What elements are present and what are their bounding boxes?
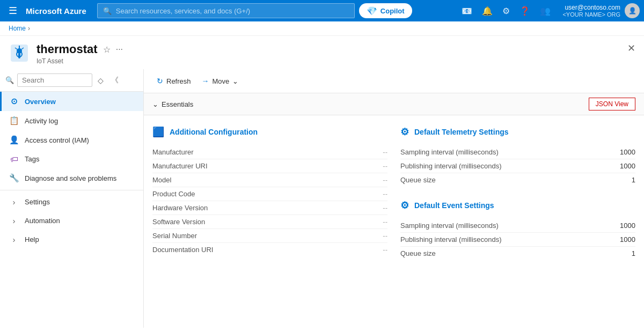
table-row: Queue size 1 <box>400 247 635 260</box>
notifications-icon[interactable]: 🔔 <box>479 4 496 18</box>
sidebar-search-input[interactable] <box>17 73 92 87</box>
telemetry-gear-icon: ⚙ <box>400 126 409 138</box>
move-chevron-icon: ⌄ <box>232 77 238 85</box>
event-settings-title: Default Event Settings <box>414 201 494 210</box>
sidebar-label-activity-log: Activity log <box>25 117 58 125</box>
resource-header: thermostat ☆ ··· IoT Asset ✕ <box>0 36 644 69</box>
activity-log-icon: 📋 <box>9 116 19 126</box>
sidebar-search-icon: 🔍 <box>5 76 14 84</box>
sidebar-label-access-control: Access control (IAM) <box>25 136 89 144</box>
help-expand-icon: › <box>9 235 19 244</box>
tags-icon: 🏷 <box>9 154 19 164</box>
avatar[interactable]: 👤 <box>625 3 640 18</box>
essentials-bar: ⌄ Essentials JSON View <box>144 93 644 115</box>
move-icon: → <box>202 77 209 85</box>
breadcrumb: Home › <box>0 21 644 36</box>
resource-subtitle: IoT Asset <box>36 57 635 65</box>
json-view-button[interactable]: JSON View <box>589 98 635 110</box>
sidebar-item-access-control[interactable]: 👤 Access control (IAM) <box>0 130 143 150</box>
table-row: Publishing interval (milliseconds) 1000 <box>400 233 635 247</box>
sidebar: 🔍 ◇ 《 ⊙ Overview 📋 Activity log 👤 Access… <box>0 69 144 328</box>
sidebar-item-activity-log[interactable]: 📋 Activity log <box>0 111 143 130</box>
move-button[interactable]: → Move ⌄ <box>197 75 243 87</box>
right-column: ⚙ Default Telemetry Settings Sampling in… <box>400 126 635 260</box>
collapse-sidebar-icon[interactable]: 《 <box>109 75 121 86</box>
global-search-bar[interactable]: 🔍 <box>97 3 355 18</box>
overview-icon: ⊙ <box>9 97 19 106</box>
table-row: Documentation URI -- <box>152 243 387 256</box>
breadcrumb-separator: › <box>28 25 30 32</box>
essentials-label-area: ⌄ Essentials <box>152 100 193 108</box>
essentials-label: Essentials <box>162 100 193 108</box>
sidebar-item-diagnose[interactable]: 🔧 Diagnose and solve problems <box>0 168 143 188</box>
close-button[interactable]: ✕ <box>627 42 635 54</box>
essentials-chevron-icon: ⌄ <box>152 100 158 108</box>
nav-separator-1 <box>0 190 143 190</box>
resource-icon <box>9 42 30 64</box>
event-settings-section: ⚙ Default Event Settings Sampling interv… <box>400 200 635 260</box>
top-navigation: ☰ Microsoft Azure 🔍 💎 Copilot 📧 🔔 ⚙ ❓ 👥 … <box>0 0 644 21</box>
additional-config-section: 🟦 Additional Configuration Manufacturer … <box>152 126 387 260</box>
table-row: Queue size 1 <box>400 173 635 187</box>
sidebar-label-diagnose: Diagnose and solve problems <box>25 174 116 182</box>
sidebar-label-automation: Automation <box>25 217 60 225</box>
resource-title: thermostat <box>36 42 98 56</box>
svg-rect-2 <box>18 53 20 58</box>
additional-config-title: Additional Configuration <box>170 128 258 136</box>
table-row: Product Code -- <box>152 187 387 201</box>
search-icon: 🔍 <box>103 7 112 15</box>
sidebar-label-help: Help <box>25 235 39 244</box>
table-row: Software Version -- <box>152 215 387 229</box>
event-settings-header: ⚙ Default Event Settings <box>400 200 635 211</box>
pin-icon[interactable]: ◇ <box>96 75 106 86</box>
additional-config-rows: Manufacturer -- Manufacturer URI -- Mode… <box>152 145 387 256</box>
table-row: Model -- <box>152 173 387 187</box>
settings-icon[interactable]: ⚙ <box>499 4 513 18</box>
favorite-icon[interactable]: ☆ <box>103 45 111 55</box>
event-gear-icon: ⚙ <box>400 200 409 211</box>
telemetry-settings-section: ⚙ Default Telemetry Settings Sampling in… <box>400 126 635 187</box>
copilot-gem-icon: 💎 <box>367 6 377 16</box>
main-layout: 🔍 ◇ 《 ⊙ Overview 📋 Activity log 👤 Access… <box>0 69 644 328</box>
telemetry-settings-title: Default Telemetry Settings <box>414 128 509 136</box>
table-row: Serial Number -- <box>152 229 387 243</box>
table-row: Publishing interval (milliseconds) 1000 <box>400 159 635 173</box>
event-rows: Sampling interval (milliseconds) 1000 Pu… <box>400 219 635 260</box>
sidebar-item-tags[interactable]: 🏷 Tags <box>0 150 143 168</box>
telemetry-settings-header: ⚙ Default Telemetry Settings <box>400 126 635 138</box>
sidebar-item-settings[interactable]: › Settings <box>0 193 143 211</box>
azure-brand: Microsoft Azure <box>26 6 86 16</box>
table-row: Manufacturer URI -- <box>152 159 387 173</box>
main-content: ↻ Refresh → Move ⌄ ⌄ Essentials JSON Vie… <box>144 69 644 328</box>
feedback-icon[interactable]: 👥 <box>537 4 554 18</box>
portal-menu-icon[interactable]: 📧 <box>458 4 475 18</box>
additional-config-icon: 🟦 <box>152 126 164 138</box>
sidebar-item-overview[interactable]: ⊙ Overview <box>0 92 143 111</box>
help-icon[interactable]: ❓ <box>516 4 533 18</box>
copilot-button[interactable]: 💎 Copilot <box>359 3 412 18</box>
sidebar-search-area: 🔍 ◇ 《 <box>0 69 143 92</box>
user-org: <YOUR NAME> ORG <box>562 11 620 18</box>
global-search-input[interactable] <box>116 7 349 15</box>
move-label: Move <box>213 77 230 85</box>
table-row: Manufacturer -- <box>152 145 387 159</box>
refresh-label: Refresh <box>166 77 191 85</box>
settings-expand-icon: › <box>9 197 19 206</box>
user-info[interactable]: user@contoso.com <YOUR NAME> ORG 👤 <box>562 3 640 18</box>
detail-content: 🟦 Additional Configuration Manufacturer … <box>144 115 644 271</box>
sidebar-label-overview: Overview <box>25 98 56 106</box>
more-options-icon[interactable]: ··· <box>116 45 123 54</box>
user-email: user@contoso.com <box>562 4 620 11</box>
sidebar-item-automation[interactable]: › Automation <box>0 211 143 230</box>
table-row: Sampling interval (milliseconds) 1000 <box>400 145 635 159</box>
breadcrumb-home[interactable]: Home <box>9 25 26 32</box>
sidebar-label-tags: Tags <box>25 155 39 163</box>
refresh-button[interactable]: ↻ Refresh <box>152 75 195 87</box>
nav-icon-group: 📧 🔔 ⚙ ❓ 👥 <box>458 4 554 18</box>
refresh-icon: ↻ <box>157 77 163 85</box>
access-control-icon: 👤 <box>9 135 19 145</box>
sidebar-item-help[interactable]: › Help <box>0 230 143 249</box>
hamburger-menu[interactable]: ☰ <box>4 3 21 19</box>
telemetry-rows: Sampling interval (milliseconds) 1000 Pu… <box>400 145 635 187</box>
table-row: Hardware Version -- <box>152 201 387 215</box>
